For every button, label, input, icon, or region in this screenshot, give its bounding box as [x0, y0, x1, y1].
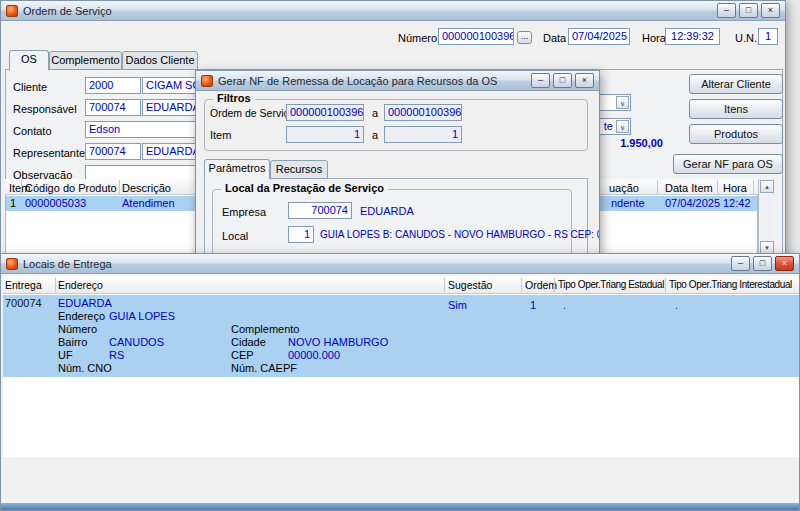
representante-code-field[interactable]: 700074 — [85, 143, 141, 160]
tab-dados-cliente[interactable]: Dados Cliente — [122, 51, 198, 70]
col-hora[interactable]: Hora — [723, 182, 747, 194]
tab-complemento[interactable]: Complemento — [49, 51, 122, 70]
alterar-cliente-button[interactable]: Alterar Cliente — [689, 74, 783, 94]
ordem-servico-label: Ordem de Serviço — [210, 107, 295, 119]
bairro-value: CANUDOS — [109, 336, 164, 348]
item-to-field[interactable]: 1 — [384, 126, 462, 143]
endereco-value: GUIA LOPES — [109, 310, 175, 322]
bairro-label: Bairro — [58, 336, 87, 348]
empresa-name: EDUARDA — [360, 205, 414, 217]
col-tipo-oper-triang-interestadual[interactable]: Tipo Oper.Triang Interestadual — [669, 279, 792, 290]
num-caepf-label: Núm. CAEPF — [231, 362, 297, 374]
maximize-icon[interactable]: □ — [753, 256, 772, 271]
minimize-icon[interactable]: – — [731, 256, 750, 271]
window-bottom-strip — [1, 503, 799, 510]
delivery-record-row[interactable]: 700074 EDUARDA Sim 1 . . Endereço GUIA L… — [3, 295, 799, 377]
item-cell: 1 — [10, 197, 16, 209]
itens-button[interactable]: Itens — [689, 99, 783, 119]
cep-label: CEP — [231, 349, 254, 361]
hora-cell: 12:42 — [723, 197, 751, 209]
window-controls: – □ × — [531, 73, 594, 88]
cidade-label: Cidade — [231, 336, 266, 348]
col-tipo-oper-triang-estadual[interactable]: Tipo Oper.Triang Estadual — [558, 279, 664, 290]
gerar-nf-os-button[interactable]: Gerar NF para OS — [673, 154, 783, 174]
maximize-icon[interactable]: □ — [739, 3, 758, 18]
maximize-icon[interactable]: □ — [553, 73, 572, 88]
empresa-code-field[interactable]: 700074 — [288, 202, 352, 219]
ordem-servico-titlebar[interactable]: Ordem de Serviço – □ × — [1, 1, 785, 21]
combo-field-2-value: te — [604, 120, 613, 132]
responsavel-code-field[interactable]: 700074 — [85, 99, 141, 116]
tab-parametros[interactable]: Parâmetros — [204, 159, 270, 180]
window-controls: – □ × — [731, 256, 794, 271]
app-icon[interactable] — [201, 75, 213, 87]
col-situacao-fragment[interactable]: uação — [609, 182, 639, 194]
close-icon[interactable]: × — [575, 73, 594, 88]
locais-entrega-title: Locais de Entrega — [23, 258, 726, 270]
numero-label: Número — [58, 323, 97, 335]
column-separator — [55, 278, 56, 292]
col-ordem[interactable]: Ordem — [525, 279, 557, 291]
column-separator — [554, 278, 555, 292]
column-separator — [657, 180, 658, 194]
close-icon[interactable]: × — [761, 3, 780, 18]
ordem-value: 1 — [530, 299, 536, 311]
chevron-down-icon[interactable]: ∨ — [616, 96, 629, 109]
uf-label: UF — [58, 349, 73, 361]
a-label: a — [372, 107, 378, 119]
local-prestacao-group: Local da Prestação de Serviço — [212, 189, 572, 259]
cliente-label: Cliente — [13, 81, 47, 93]
column-separator — [119, 180, 120, 194]
locais-entrega-window: Locais de Entrega – □ × Entrega Endereço… — [0, 253, 800, 511]
tab-recursos[interactable]: Recursos — [270, 160, 328, 179]
col-endereco[interactable]: Endereço — [58, 279, 103, 291]
responsavel-label: Responsável — [13, 103, 77, 115]
hora-field[interactable]: 12:39:32 — [665, 28, 720, 45]
column-separator — [444, 278, 445, 292]
tab-os[interactable]: OS — [9, 50, 49, 71]
col-entrega[interactable]: Entrega — [5, 279, 42, 291]
column-separator — [717, 180, 718, 194]
column-separator — [521, 278, 522, 292]
col-sugestao[interactable]: Sugestão — [448, 279, 492, 291]
app-icon[interactable] — [6, 258, 18, 270]
close-icon[interactable]: × — [775, 256, 794, 271]
col-codigo-produto[interactable]: Código do Produto — [25, 182, 117, 194]
num-cno-label: Núm. CNO — [58, 362, 112, 374]
produtos-button[interactable]: Produtos — [689, 124, 783, 144]
local-code-field[interactable]: 1 — [288, 226, 314, 243]
column-separator — [21, 180, 22, 194]
col-descricao[interactable]: Descrição — [122, 182, 171, 194]
triang-interestadual-value: . — [675, 299, 678, 311]
local-description: GUIA LOPES B: CANUDOS - NOVO HAMBURGO - … — [320, 229, 600, 240]
empresa-label: Empresa — [222, 206, 266, 218]
a-label: a — [372, 129, 378, 141]
item-from-field[interactable]: 1 — [286, 126, 364, 143]
representante-label: Representante — [13, 147, 85, 159]
gerar-nf-titlebar[interactable]: Gerar NF de Remessa de Locação para Recu… — [196, 71, 599, 91]
numero-label: Número — [398, 32, 437, 44]
local-prestacao-group-label: Local da Prestação de Serviço — [221, 182, 388, 194]
numero-browse-button[interactable]: ... — [517, 31, 532, 44]
os-from-field[interactable]: 000000100396 — [286, 104, 364, 121]
endereco-label: Endereço — [58, 310, 105, 322]
cliente-code-field[interactable]: 2000 — [85, 77, 141, 94]
minimize-icon[interactable]: – — [531, 73, 550, 88]
chevron-down-icon[interactable]: ∨ — [616, 120, 629, 133]
data-field[interactable]: 07/04/2025 — [568, 28, 630, 45]
column-separator — [665, 278, 666, 292]
os-to-field[interactable]: 000000100396 — [384, 104, 462, 121]
col-data-item[interactable]: Data Item — [665, 182, 713, 194]
scroll-up-icon[interactable]: ▲ — [760, 180, 774, 193]
un-field[interactable]: 1 — [758, 28, 778, 45]
cidade-value: NOVO HAMBURGO — [288, 336, 388, 348]
gerar-nf-dialog: Gerar NF de Remessa de Locação para Recu… — [195, 70, 600, 260]
locais-entrega-titlebar[interactable]: Locais de Entrega – □ × — [1, 254, 799, 274]
ordem-servico-title: Ordem de Serviço — [23, 5, 712, 17]
situacao-cell: ndente — [611, 197, 645, 209]
gerar-nf-title: Gerar NF de Remessa de Locação para Recu… — [218, 75, 526, 87]
numero-field[interactable]: 000000100396 — [438, 28, 514, 45]
codigo-cell: 0000005033 — [25, 197, 86, 209]
minimize-icon[interactable]: – — [717, 3, 736, 18]
app-icon[interactable] — [6, 5, 18, 17]
